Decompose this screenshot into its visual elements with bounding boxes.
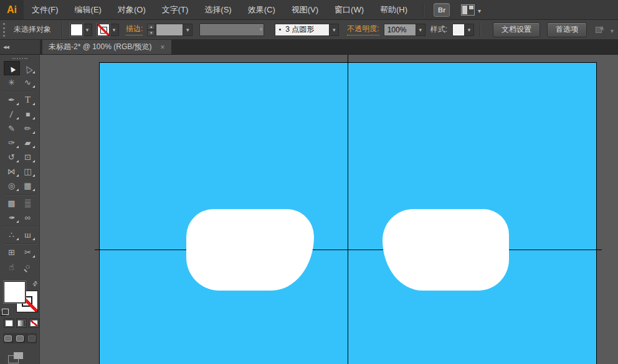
- fill-color-dropdown-button[interactable]: [83, 24, 92, 36]
- default-fill-stroke-icon[interactable]: [2, 309, 9, 315]
- style-label: 样式:: [430, 24, 447, 35]
- panel-grip-handle[interactable]: [3, 23, 5, 37]
- change-screen-mode-button[interactable]: [8, 352, 23, 363]
- rectangle-tool[interactable]: ■: [20, 107, 36, 121]
- gradient-tool[interactable]: ▒: [20, 196, 36, 210]
- shape-builder-tool[interactable]: ◎: [4, 179, 20, 193]
- stroke-color-control[interactable]: [97, 24, 119, 36]
- stepper-up-icon[interactable]: [147, 24, 155, 30]
- document-setup-button[interactable]: 文档设置: [493, 22, 540, 37]
- free-transform-tool[interactable]: ◫: [20, 164, 36, 179]
- menu-file[interactable]: 文件(F): [24, 0, 67, 19]
- swap-fill-stroke-icon[interactable]: ⇄: [31, 279, 39, 288]
- stroke-weight-stepper[interactable]: [147, 24, 155, 36]
- brush-definition-dropdown-button[interactable]: [330, 24, 339, 36]
- rounded-rectangle-shape-left[interactable]: [186, 209, 314, 291]
- stroke-none-swatch[interactable]: [97, 24, 110, 36]
- mesh-tool[interactable]: ▩: [4, 196, 20, 210]
- selection-tool[interactable]: ▲: [4, 61, 20, 75]
- opacity-input[interactable]: 100%: [384, 24, 416, 36]
- blob-brush-tool[interactable]: ✑: [4, 136, 20, 150]
- zoom-tool[interactable]: ○: [20, 259, 36, 274]
- fill-stroke-indicator: ⇄: [2, 280, 38, 315]
- eraser-tool[interactable]: ▰: [20, 136, 36, 150]
- stroke-weight-input[interactable]: [156, 24, 183, 36]
- horizontal-path-line[interactable]: [95, 250, 602, 250]
- close-icon[interactable]: ×: [161, 43, 165, 52]
- draw-normal-button[interactable]: [3, 334, 14, 343]
- width-tool[interactable]: ⋈: [4, 164, 20, 179]
- rotate-tool[interactable]: ↺: [4, 150, 20, 164]
- tool-separator: [4, 91, 36, 91]
- gradient-button[interactable]: [16, 319, 27, 328]
- menu-select[interactable]: 选择(S): [196, 0, 239, 19]
- menu-help[interactable]: 帮助(H): [372, 0, 416, 19]
- draw-inside-button[interactable]: [26, 334, 37, 343]
- chevron-down-icon: [611, 24, 614, 35]
- tool-group-navigate: ⊞ ✂ ☝ ○: [4, 245, 36, 274]
- hand-tool[interactable]: ☝: [4, 259, 20, 274]
- fill-color-swatch[interactable]: [70, 24, 83, 36]
- stroke-color-dropdown-button[interactable]: [110, 24, 119, 36]
- paintbrush-tool[interactable]: ✎: [4, 121, 20, 136]
- panel-drag-handle[interactable]: [12, 58, 27, 59]
- selection-status-label: 未选择对象: [14, 24, 51, 35]
- variable-width-profile-dropdown[interactable]: [199, 24, 264, 36]
- vertical-path-line[interactable]: [348, 55, 348, 364]
- color-button[interactable]: [4, 319, 14, 328]
- control-bar: 未选择对象 描边: 3 点圆形 不透明度: 100% 样式:: [0, 20, 618, 40]
- type-tool[interactable]: T: [20, 93, 36, 107]
- menu-window[interactable]: 窗口(W): [326, 0, 372, 19]
- pencil-tool[interactable]: ✏: [20, 121, 36, 136]
- select-similar-icon: ▲: [596, 25, 607, 35]
- menu-separator: [423, 3, 424, 17]
- brush-definition-control[interactable]: 3 点圆形: [275, 24, 339, 36]
- fill-swatch-white[interactable]: [4, 281, 26, 303]
- canvas-area[interactable]: [40, 55, 618, 364]
- tool-separator: [4, 226, 36, 226]
- menu-effect[interactable]: 效果(C): [240, 0, 283, 19]
- paint-type-buttons: [4, 319, 39, 328]
- document-tab[interactable]: 未标题-2* @ 100% (RGB/预览) ×: [42, 40, 171, 54]
- bridge-button[interactable]: Br: [434, 3, 450, 17]
- perspective-grid-tool[interactable]: ▦: [20, 179, 36, 193]
- graphic-style-swatch[interactable]: [452, 24, 465, 36]
- none-button[interactable]: [29, 319, 39, 328]
- artboard-tool[interactable]: ⊞: [4, 245, 20, 259]
- slice-tool[interactable]: ✂: [20, 245, 36, 259]
- document-tab-title: 未标题-2* @ 100% (RGB/预览): [49, 42, 152, 52]
- tool-separator: [4, 194, 36, 195]
- separator: [480, 22, 480, 37]
- menu-type[interactable]: 文字(T): [154, 0, 197, 19]
- menu-view[interactable]: 视图(V): [283, 0, 326, 19]
- rounded-rectangle-shape-right[interactable]: [383, 209, 509, 291]
- app-logo: Ai: [0, 0, 24, 19]
- stroke-weight-label[interactable]: 描边:: [126, 24, 143, 35]
- line-segment-tool[interactable]: /: [4, 107, 20, 121]
- scale-tool[interactable]: ⊡: [20, 150, 36, 164]
- stroke-weight-dropdown-button[interactable]: [183, 24, 193, 36]
- brush-definition-value[interactable]: 3 点圆形: [275, 24, 330, 36]
- opacity-label[interactable]: 不透明度:: [347, 24, 379, 35]
- direct-selection-tool[interactable]: △: [20, 61, 36, 75]
- menu-edit[interactable]: 编辑(E): [67, 0, 110, 19]
- fill-color-control[interactable]: [70, 24, 92, 36]
- opacity-dropdown-button[interactable]: [416, 24, 425, 36]
- draw-behind-button[interactable]: [15, 334, 26, 343]
- symbol-sprayer-tool[interactable]: ∴: [4, 228, 20, 242]
- brush-definition-text: 3 点圆形: [285, 24, 314, 35]
- tools-panel-collapse-button[interactable]: ◀◀: [0, 40, 40, 54]
- eyedropper-tool[interactable]: ✒: [4, 210, 20, 225]
- select-similar-control[interactable]: ▲: [596, 24, 614, 35]
- workspace-switcher-button[interactable]: [461, 4, 481, 16]
- stepper-down-icon[interactable]: [147, 30, 155, 36]
- pen-tool[interactable]: ✒: [4, 93, 20, 107]
- blend-tool[interactable]: ∞: [20, 210, 36, 225]
- graphic-style-dropdown-button[interactable]: [465, 24, 474, 36]
- preferences-button[interactable]: 首选项: [547, 22, 587, 37]
- tool-group-draw: ✒ T / ■ ✎ ✏ ✑ ▰ ↺ ⊡ ⋈ ◫ ◎ ▦: [4, 93, 36, 193]
- magic-wand-tool[interactable]: ✳: [4, 75, 20, 90]
- column-graph-tool[interactable]: ш: [20, 228, 36, 242]
- lasso-tool[interactable]: ∿: [20, 75, 36, 90]
- menu-object[interactable]: 对象(O): [110, 0, 154, 19]
